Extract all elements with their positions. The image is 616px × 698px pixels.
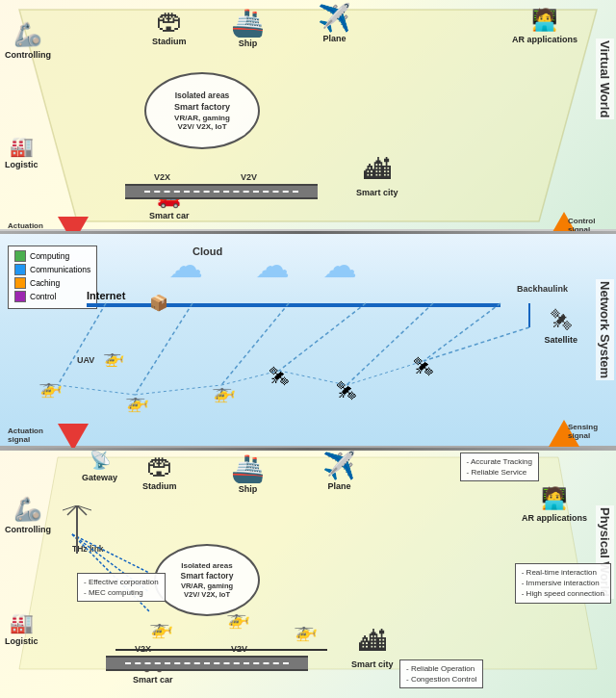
backhaulink-label: Backhaulink: [517, 284, 568, 294]
svg-line-7: [58, 385, 135, 395]
p-drone-2: 🚁: [226, 607, 250, 630]
p-ship-emoji: 🚢: [231, 455, 265, 482]
p-isolated-label: Isolated areas: [181, 561, 232, 570]
city-info-line1: - Reliable Operation: [406, 663, 476, 674]
cloud-icon-3: ☁: [322, 248, 357, 283]
v2v-label-p: V2V: [231, 644, 247, 654]
p-vrar-label: VR/AR, gaming: [181, 582, 233, 590]
divider-2: [0, 448, 616, 451]
v2x-label-p: V2X: [135, 644, 151, 654]
smart-factory-label-v: Smart factory: [174, 102, 230, 112]
smartcar-label-v: Smart car: [149, 211, 190, 220]
cloud-icon-1: ☁: [168, 248, 203, 283]
plane-info-line1: - Accurate Tracking: [467, 456, 532, 467]
stadium-emoji: 🏟: [156, 8, 183, 35]
virtual-world-label: Virtual World: [596, 39, 614, 119]
drone-icon-3: 🚁: [212, 380, 236, 403]
drone-icon-1: 🚁: [38, 375, 63, 399]
ar-label-virtual: AR applications: [512, 35, 578, 44]
ship-label: Ship: [239, 39, 258, 48]
ar-info-line3: - High speed connection: [522, 588, 604, 599]
p-smartcity-emoji: 🏙: [359, 626, 386, 658]
satellite-emoji: 🛰: [551, 308, 572, 333]
uav-emoji-1: 🚁: [103, 348, 124, 367]
control-color: [14, 291, 26, 302]
satellite-label: Satellite: [544, 335, 578, 345]
logistic-emoji-virtual: 🏭: [10, 135, 34, 158]
plane-info-box: - Accurate Tracking - Reliable Service: [460, 452, 539, 481]
v2v-label-v: V2V/ V2X, IoT: [177, 122, 226, 131]
diagram-container: Virtual World 🏟 Stadium 🚢 Ship ✈️ Plane …: [0, 0, 616, 698]
legend-computing: Computing: [14, 250, 90, 262]
thz-link-label: THz link: [72, 544, 104, 554]
virtual-smartcity-icon: 🏙 Smart city: [356, 154, 398, 197]
v2x-label-v: V2X: [154, 172, 170, 182]
p-ship-label: Ship: [239, 484, 258, 494]
svg-line-2: [135, 303, 192, 395]
p-drone-3: 🚁: [294, 619, 318, 642]
legend-control: Control: [14, 291, 90, 302]
virtual-plane-icon: ✈️ Plane: [318, 5, 351, 43]
city-info-line2: - Congestion Control: [406, 674, 476, 685]
ar-info-line2: - Immersive interaction: [522, 578, 604, 588]
road-dashes-virtual: [144, 191, 298, 193]
physical-ar-icon: 🧑‍💻 AR applications: [522, 486, 587, 523]
legend-caching: Caching: [14, 277, 90, 289]
virtual-ship-icon: 🚢 Ship: [231, 10, 265, 48]
router-icon: 📦: [149, 294, 168, 312]
p-v2v-label: V2V/ V2X, IoT: [184, 590, 230, 599]
ar-info-box: - Real-time interaction - Immersive inte…: [515, 563, 611, 604]
gateway-emoji: 📡: [90, 450, 111, 471]
logistic-label-virtual: Logistic: [5, 160, 38, 169]
ship-emoji: 🚢: [231, 10, 265, 37]
virtual-ar-icon: 🧑‍💻 AR applications: [512, 8, 578, 44]
svg-line-20: [67, 505, 77, 515]
svg-line-15: [72, 534, 149, 573]
p-stadium-emoji: 🏟: [146, 452, 173, 479]
p-plane-emoji: ✈️: [322, 452, 356, 479]
physical-ship-icon: 🚢 Ship: [231, 455, 265, 494]
physical-gateway-icon: 📡 Gateway: [82, 450, 117, 482]
plane-label: Plane: [322, 34, 346, 43]
p-controlling-label: Controlling: [5, 525, 51, 534]
svg-line-4: [279, 303, 366, 371]
network-system-label: Network System: [596, 279, 614, 380]
plane-emoji: ✈️: [318, 5, 351, 32]
svg-line-21: [77, 505, 87, 515]
mec-info-line1: - Effective corporation: [84, 577, 159, 587]
p-smartcity-label: Smart city: [351, 659, 394, 669]
satellite-icon-3: 🛰: [337, 380, 356, 402]
svg-line-1: [58, 303, 106, 385]
vrar-label-v: VR/AR, gaming: [174, 114, 230, 122]
satellite-icon-4: 🛰: [414, 356, 433, 378]
stadium-label: Stadium: [152, 37, 187, 46]
actuation-arrow-bottom: [58, 424, 89, 451]
mec-info-line2: - MEC computing: [84, 587, 159, 598]
network-system-section: Network System Computing Communications …: [0, 231, 616, 448]
p-smartcar-label: Smart car: [133, 675, 173, 685]
communications-label: Communications: [30, 265, 90, 274]
smartcity-emoji-v: 🏙: [364, 154, 391, 186]
controlling-emoji-virtual: 🦾: [13, 21, 42, 48]
p-plane-label: Plane: [327, 481, 350, 491]
sensing-label-bottom: Sensingsignal: [568, 423, 598, 440]
virtual-smart-factory-oval: Isolated areas Smart factory VR/AR, gami…: [144, 72, 260, 149]
p-ar-emoji: 🧑‍💻: [541, 486, 567, 511]
actuation-label-bottom: Actuationsignal: [8, 427, 43, 444]
caching-color: [14, 277, 26, 289]
legend-communications: Communications: [14, 264, 90, 275]
physical-smartcity-icon: 🏙 Smart city: [351, 626, 394, 669]
physical-stadium-icon: 🏟 Stadium: [142, 452, 177, 491]
virtual-world-section: Virtual World 🏟 Stadium 🚢 Ship ✈️ Plane …: [0, 0, 616, 231]
isolated-label: Isolated areas: [175, 90, 230, 100]
svg-line-11: [346, 361, 424, 385]
v2v-label-v: V2V: [241, 172, 257, 182]
computing-label: Computing: [30, 251, 69, 261]
physical-smart-factory-oval: Isolated areas Smart factory VR/AR, gami…: [154, 544, 260, 616]
svg-line-13: [424, 327, 529, 361]
caching-label: Caching: [30, 278, 60, 288]
virtual-stadium-icon: 🏟 Stadium: [152, 8, 187, 46]
divider-1: [0, 231, 616, 234]
svg-line-6: [424, 303, 500, 361]
uav-label: UAV: [77, 355, 94, 365]
